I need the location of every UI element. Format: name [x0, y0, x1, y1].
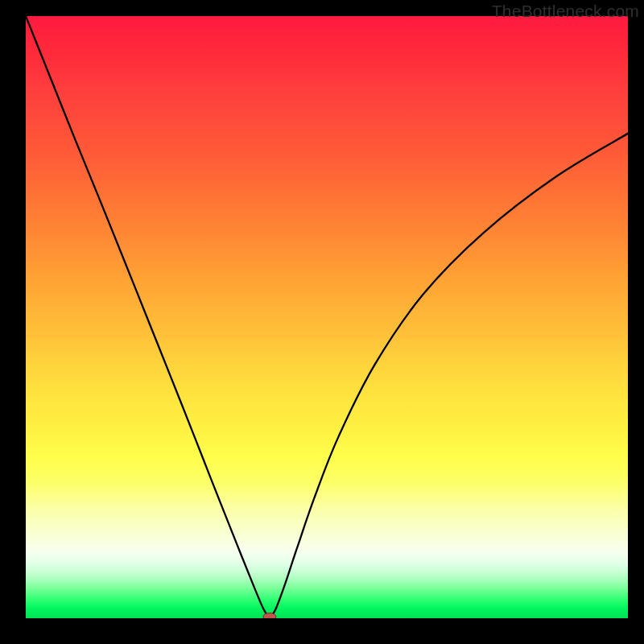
watermark-text: TheBottleneck.com	[492, 2, 639, 21]
chart-frame: TheBottleneck.com	[0, 0, 644, 644]
minimum-marker	[263, 613, 276, 619]
chart-curve	[26, 16, 628, 618]
chart-plot-area	[26, 16, 628, 618]
chart-svg	[26, 16, 628, 618]
